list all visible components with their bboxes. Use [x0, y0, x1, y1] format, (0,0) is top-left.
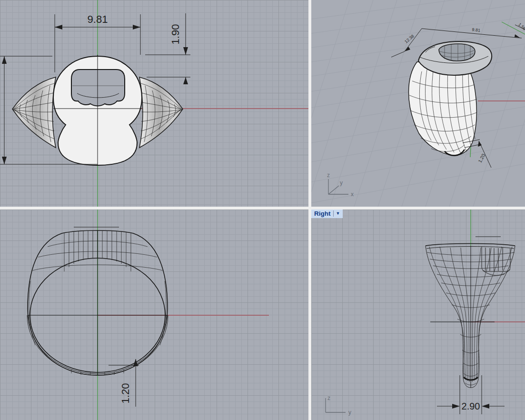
z-axis-label: z — [327, 172, 330, 179]
svg-text:9.81: 9.81 — [472, 27, 480, 33]
ring-top-face — [53, 55, 142, 165]
ring-band-wing-left — [12, 77, 56, 148]
viewport-divider-vertical[interactable] — [308, 0, 311, 420]
axis-gnomon-right: z y — [326, 395, 351, 416]
front-view-drawing: 1.20 — [0, 210, 308, 420]
viewport-right-view[interactable]: 2.90 z y Right ▼ — [311, 210, 525, 420]
viewport-front-view[interactable]: 1.20 — [0, 210, 308, 420]
svg-text:1.90: 1.90 — [169, 24, 181, 45]
right-view-drawing: 2.90 z y — [311, 210, 525, 420]
viewport-title-label[interactable]: Right — [314, 210, 331, 217]
svg-text:12.38: 12.38 — [404, 34, 415, 44]
ring-front-wireframe — [27, 227, 168, 375]
viewport-title-right[interactable]: Right ▼ — [311, 210, 343, 218]
ring-recess-opening — [71, 70, 125, 106]
z-axis-label: z — [327, 395, 330, 401]
ring-right-wireframe — [426, 237, 515, 388]
top-view-drawing: 9.81 1.90 — [0, 0, 308, 207]
ring-perspective-body — [409, 61, 477, 156]
svg-text:1.56: 1.56 — [517, 22, 525, 31]
title-separator — [333, 210, 334, 217]
y-axis-label: y — [348, 409, 351, 416]
y-axis-label: y — [340, 180, 343, 186]
x-axis-label: x — [351, 191, 354, 198]
ring-band-wing-right — [139, 77, 183, 148]
viewport-divider-horizontal[interactable] — [0, 207, 525, 210]
svg-text:1.20: 1.20 — [119, 383, 131, 404]
dimension-bezel-depth-1-90: 1.90 — [145, 13, 190, 84]
dimension-band-thickness-1-20: 1.20 — [109, 359, 139, 407]
svg-text:2.90: 2.90 — [462, 401, 480, 411]
viewport-top-view[interactable]: 9.81 1.90 — [0, 0, 308, 207]
cad-four-viewport-workspace: 9.81 1.90 — [0, 0, 525, 420]
viewport-title-dropdown-icon[interactable]: ▼ — [336, 211, 340, 216]
perspective-drawing: 12.38 9.81 1.56 1.20 z y x — [311, 0, 525, 207]
svg-text:9.81: 9.81 — [88, 13, 108, 25]
viewport-perspective-view[interactable]: 12.38 9.81 1.56 1.20 z y x — [311, 0, 525, 207]
